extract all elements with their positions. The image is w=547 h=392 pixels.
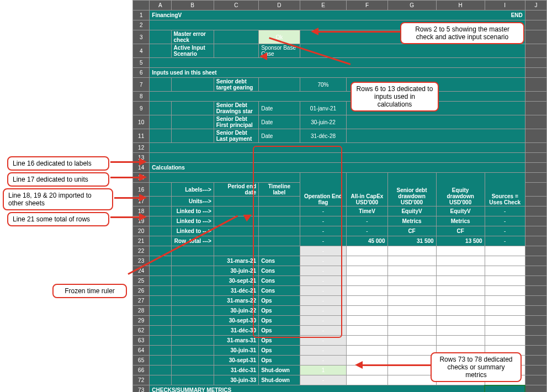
row-20[interactable]: 20 bbox=[133, 226, 150, 236]
capex-val: - bbox=[347, 365, 387, 375]
title-end: END bbox=[511, 12, 523, 18]
capex-val: - bbox=[347, 375, 387, 385]
row-1[interactable]: 1 bbox=[133, 10, 150, 20]
capex-val: - bbox=[347, 306, 387, 316]
row-73[interactable]: 73 bbox=[133, 385, 150, 393]
firstprin-label: Senior Debt First principal bbox=[214, 115, 258, 129]
period-label: Shut-down bbox=[259, 375, 300, 385]
col-I[interactable]: I bbox=[485, 1, 525, 10]
callout-checks: Rows 73 to 78 dedicated checks or summar… bbox=[431, 352, 522, 382]
hdr-check: Sources = Uses Check bbox=[485, 173, 525, 206]
row-3[interactable]: 3 bbox=[133, 30, 150, 44]
period-label: Shut-down bbox=[259, 365, 300, 375]
timeline-hdr: Timeline label bbox=[259, 183, 300, 197]
period-label: Ops bbox=[259, 316, 300, 326]
units-arrow: Units---> bbox=[171, 197, 214, 206]
opend-flag: - bbox=[300, 266, 347, 276]
period-date: 30-juin-31 bbox=[214, 346, 258, 356]
col-E[interactable]: E bbox=[300, 1, 347, 10]
check-val: - bbox=[485, 276, 525, 286]
senior-val: - bbox=[387, 356, 436, 365]
senior-val: - bbox=[387, 296, 436, 306]
row-63[interactable]: 63 bbox=[133, 336, 150, 346]
active-scenario-label: Active Input Scenario bbox=[171, 44, 214, 58]
period-label: Ops bbox=[259, 336, 300, 346]
period-date: 31-déc-31 bbox=[214, 365, 258, 375]
row-5[interactable]: 5 bbox=[133, 58, 150, 68]
col-B[interactable]: B bbox=[171, 1, 214, 10]
row-12[interactable]: 12 bbox=[133, 143, 150, 153]
row-9[interactable]: 9 bbox=[133, 102, 150, 115]
row-22[interactable]: 22 bbox=[133, 246, 150, 256]
capex-val: 7 179 bbox=[347, 276, 387, 286]
capex-val: 10 805 bbox=[347, 266, 387, 276]
callout-inputs: Rows 6 to 13 dedicated to inputs used in… bbox=[350, 82, 439, 112]
labels-arrow: Labels---> bbox=[171, 183, 214, 197]
senior-val: - bbox=[387, 346, 436, 356]
period-end-hdr: Period end date bbox=[214, 183, 258, 197]
period-date: 31-mars-21 bbox=[214, 256, 258, 266]
linked-19: Linked to ---> bbox=[171, 216, 214, 226]
row-26[interactable]: 26 bbox=[133, 286, 150, 296]
check-val: - bbox=[485, 266, 525, 276]
col-F[interactable]: F bbox=[347, 1, 387, 10]
period-label: Ops bbox=[259, 346, 300, 356]
selected-cell[interactable] bbox=[485, 385, 525, 393]
arrow-3-head bbox=[139, 158, 147, 166]
period-date: 31-mars-22 bbox=[214, 296, 258, 306]
row-66[interactable]: 66 bbox=[133, 365, 150, 375]
row-6[interactable]: 6 bbox=[133, 68, 150, 78]
hdr-opend: Operation End flag bbox=[300, 173, 347, 206]
equity-val: - bbox=[436, 336, 485, 346]
col-G[interactable]: G bbox=[387, 1, 436, 10]
callout-labels: Line 16 dedicated to labels bbox=[7, 156, 109, 171]
gearing-label: Senior debt target gearing bbox=[214, 78, 258, 92]
equity-val: 3 242 bbox=[436, 266, 485, 276]
row-11[interactable]: 11 bbox=[133, 129, 150, 143]
drawings-value: 01-janv-21 bbox=[300, 102, 347, 115]
senior-val: 5 026 bbox=[387, 276, 436, 286]
row-4[interactable]: 4 bbox=[133, 44, 150, 58]
capex-val: - bbox=[347, 316, 387, 326]
section-checks: CHECKS/SUMMARY METRICS bbox=[150, 385, 485, 393]
capex-val: 5 366 bbox=[347, 286, 387, 296]
row-21[interactable]: 21 bbox=[133, 236, 150, 246]
row-25[interactable]: 25 bbox=[133, 276, 150, 286]
callout-linked: Line 18, 19 & 20 imported to other sheet… bbox=[3, 188, 113, 210]
row-29[interactable]: 29 bbox=[133, 316, 150, 326]
col-J[interactable]: J bbox=[525, 1, 546, 10]
financing-sheet[interactable]: A B C D E F G H I J 1 FinancingV END 2 3… bbox=[132, 0, 547, 392]
period-label: Ops bbox=[259, 306, 300, 316]
row-27[interactable]: 27 bbox=[133, 296, 150, 306]
senior-val: - bbox=[387, 326, 436, 336]
period-label: Ops bbox=[259, 356, 300, 365]
arrow-6 bbox=[110, 216, 141, 218]
row-10[interactable]: 10 bbox=[133, 115, 150, 129]
row-62[interactable]: 62 bbox=[133, 326, 150, 336]
row-65[interactable]: 65 bbox=[133, 356, 150, 365]
sheet-title: FinancingV END bbox=[150, 10, 525, 20]
col-A[interactable]: A bbox=[150, 1, 171, 10]
row-64[interactable]: 64 bbox=[133, 346, 150, 356]
arrow-6-head bbox=[139, 213, 147, 221]
row-8[interactable]: 8 bbox=[133, 92, 150, 102]
callout-master: Rows 2 to 5 showing the master check and… bbox=[400, 22, 524, 44]
period-date: 31-mars-31 bbox=[214, 336, 258, 346]
row-7[interactable]: 7 bbox=[133, 78, 150, 92]
col-D[interactable]: D bbox=[259, 1, 300, 10]
senior-val: - bbox=[387, 316, 436, 326]
senior-val: 15 155 bbox=[387, 256, 436, 266]
row-28[interactable]: 28 bbox=[133, 306, 150, 316]
row-total: Row -total ---> bbox=[171, 236, 214, 246]
equity-val: - bbox=[436, 296, 485, 306]
row-2[interactable]: 2 bbox=[133, 20, 150, 30]
opend-flag: - bbox=[300, 346, 347, 356]
col-H[interactable]: H bbox=[436, 1, 485, 10]
row-72[interactable]: 72 bbox=[133, 375, 150, 385]
check-val: - bbox=[485, 286, 525, 296]
period-label: Cons bbox=[259, 286, 300, 296]
opend-flag: - bbox=[300, 375, 347, 385]
col-C[interactable]: C bbox=[214, 1, 258, 10]
section-inputs: Inputs used in this sheet bbox=[150, 68, 525, 78]
opend-flag: - bbox=[300, 316, 347, 326]
